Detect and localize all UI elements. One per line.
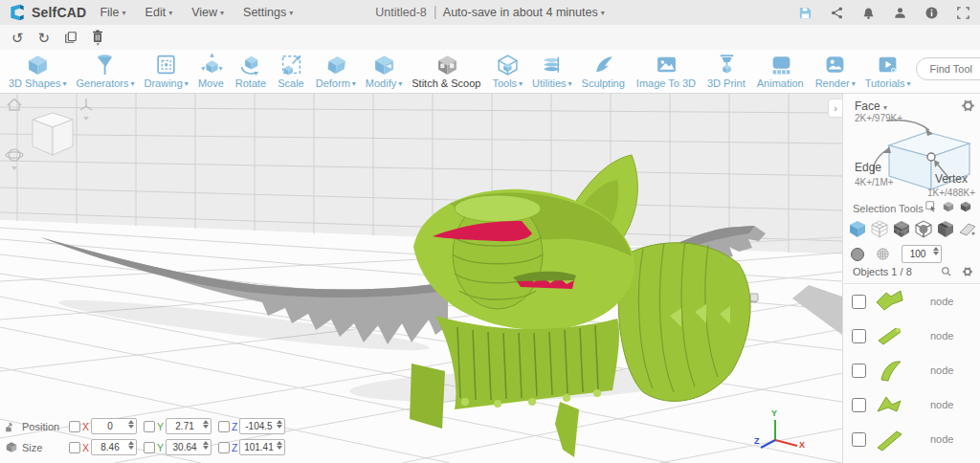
select-plane-mode-icon[interactable] xyxy=(958,219,977,238)
select-cut-cube-mode-icon[interactable] xyxy=(936,219,955,238)
panel-collapse-button[interactable]: › xyxy=(828,99,842,118)
render-icon xyxy=(823,53,847,77)
position-z-checkbox[interactable] xyxy=(218,421,230,432)
tool-modify[interactable]: Modify▾ xyxy=(361,52,407,90)
tool-utilities[interactable]: Utilities▾ xyxy=(527,52,576,90)
pick-select-icon[interactable] xyxy=(925,201,937,212)
utilities-icon xyxy=(540,53,564,77)
copy-icon[interactable] xyxy=(64,31,78,44)
axis-x-label: X xyxy=(82,442,89,453)
stepper-icon[interactable] xyxy=(277,420,282,429)
caret-down-icon: ▾ xyxy=(907,79,911,88)
caret-down-icon: ▾ xyxy=(352,79,356,88)
top-right-icons xyxy=(797,0,970,25)
select-sphere-mode-icon[interactable] xyxy=(914,219,933,238)
menu-settings[interactable]: Settings▾ xyxy=(243,6,293,19)
size-x-input[interactable]: 8.46 xyxy=(91,439,137,455)
position-y-input[interactable]: 2.71 xyxy=(166,418,212,434)
tool-drawing[interactable]: Drawing▾ xyxy=(140,52,193,90)
select-solid-mode-icon[interactable] xyxy=(848,219,867,238)
position-x-input[interactable]: 0 xyxy=(91,418,137,434)
tool-3d-print[interactable]: 3D Print xyxy=(702,52,752,90)
position-y-checkbox[interactable] xyxy=(144,421,155,432)
object-name: node xyxy=(930,330,953,342)
size-z-checkbox[interactable] xyxy=(218,442,230,453)
save-icon[interactable] xyxy=(797,5,813,20)
scene-graphics xyxy=(0,94,842,463)
caret-down-icon: ▾ xyxy=(568,79,572,88)
object-thumbnail xyxy=(875,288,903,315)
edge-label: Edge xyxy=(855,161,881,174)
gizmo-y-label: Y xyxy=(771,408,777,418)
find-tool-search[interactable] xyxy=(916,57,980,80)
tool-render[interactable]: Render▾ xyxy=(811,52,860,90)
select-voxel-mode-icon[interactable] xyxy=(892,219,911,238)
find-tool-input[interactable] xyxy=(928,62,980,76)
stepper-icon[interactable] xyxy=(128,420,134,429)
stepper-icon[interactable] xyxy=(933,247,939,255)
deform-icon xyxy=(323,53,347,77)
size-z-input[interactable]: 101.41 xyxy=(239,439,285,455)
account-user-icon[interactable] xyxy=(892,5,907,20)
tool-rotate[interactable]: Rotate xyxy=(231,52,273,90)
size-y-input[interactable]: 30.64 xyxy=(166,439,212,455)
tool-tools[interactable]: Tools▾ xyxy=(487,52,527,90)
cube-select-icon[interactable] xyxy=(943,201,954,212)
viewport-3d-canvas[interactable]: › Position X 0 Y 2.71 Z -104.5 Size X 8.… xyxy=(0,94,842,463)
search-icon[interactable] xyxy=(941,266,952,277)
object-list-item[interactable]: node xyxy=(843,422,980,456)
delete-trash-icon[interactable]: ▾ xyxy=(92,30,103,46)
object-list-item[interactable]: node xyxy=(843,284,980,319)
tool-stitch-scoop[interactable]: Stitch & Scoop xyxy=(407,52,487,90)
settings-gear-icon[interactable] xyxy=(961,99,975,113)
cube-select-dark-icon[interactable] xyxy=(960,201,971,212)
redo-icon[interactable]: ↻ xyxy=(38,31,51,45)
position-x-checkbox[interactable] xyxy=(69,421,80,432)
tool-3d-shapes[interactable]: 3D Shapes▾ xyxy=(4,52,71,90)
hatched-sphere-icon[interactable] xyxy=(876,247,890,261)
object-checkbox[interactable] xyxy=(852,432,866,447)
select-wireframe-mode-icon[interactable] xyxy=(870,219,889,238)
position-z-input[interactable]: -104.5 xyxy=(239,418,285,434)
object-checkbox[interactable] xyxy=(852,364,866,378)
tool-deform[interactable]: Deform▾ xyxy=(311,52,361,90)
opacity-input[interactable]: 100 xyxy=(902,245,942,263)
objects-header: Objects 1 / 8 xyxy=(853,266,973,277)
menu-file[interactable]: File▾ xyxy=(100,6,125,19)
view-cube[interactable] xyxy=(33,113,73,155)
size-x-checkbox[interactable] xyxy=(69,442,80,453)
tool-animation[interactable]: Animation xyxy=(752,52,811,90)
object-list-item[interactable]: node xyxy=(843,319,980,353)
stepper-icon[interactable] xyxy=(203,441,209,450)
face-selector[interactable]: Face ▾ xyxy=(855,99,887,113)
object-checkbox[interactable] xyxy=(852,295,866,309)
fullscreen-icon[interactable] xyxy=(955,5,970,20)
gizmo-x-label: X xyxy=(799,440,805,450)
autosave-status[interactable]: Auto-save in about 4 minutes▾ xyxy=(443,6,605,19)
size-y-checkbox[interactable] xyxy=(144,442,155,453)
tool-generators[interactable]: Generators▾ xyxy=(71,52,139,90)
tool-move[interactable]: Move xyxy=(193,52,231,90)
solid-sphere-icon[interactable] xyxy=(851,248,864,261)
object-list-item[interactable]: node xyxy=(843,387,980,422)
share-icon[interactable] xyxy=(829,5,844,20)
info-icon[interactable] xyxy=(924,5,939,20)
menu-edit[interactable]: Edit▾ xyxy=(145,6,173,19)
stepper-icon[interactable] xyxy=(128,441,134,450)
selfcad-logo[interactable]: SelfCAD xyxy=(0,3,100,22)
tool-image-to-3d[interactable]: Image To 3D xyxy=(632,52,702,90)
menu-view[interactable]: View▾ xyxy=(191,6,224,19)
object-checkbox[interactable] xyxy=(852,329,866,343)
object-thumbnail xyxy=(875,426,903,452)
object-list-item[interactable]: node xyxy=(843,353,980,387)
axis-y-label: Y xyxy=(157,421,164,432)
tool-tutorials[interactable]: Tutorials▾ xyxy=(860,52,916,90)
stepper-icon[interactable] xyxy=(203,420,209,429)
object-checkbox[interactable] xyxy=(852,398,866,412)
tool-scale[interactable]: Scale xyxy=(273,52,311,90)
notifications-bell-icon[interactable] xyxy=(860,5,876,20)
undo-icon[interactable]: ↺ xyxy=(11,31,24,45)
stepper-icon[interactable] xyxy=(277,441,282,450)
gear-icon[interactable] xyxy=(962,266,973,277)
tool-sculpting[interactable]: Sculpting xyxy=(577,52,632,90)
